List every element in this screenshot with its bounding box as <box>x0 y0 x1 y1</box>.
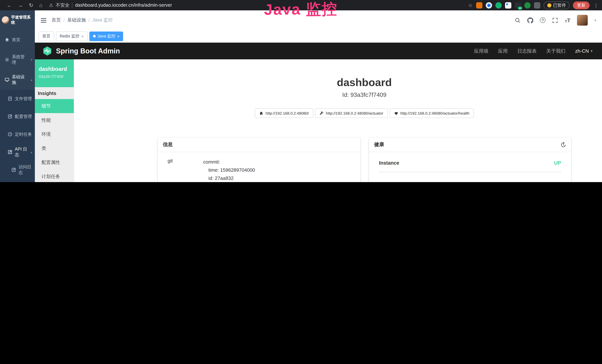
sidebar-submenu-infrastructure: 文件管理 配置管理 定时任务 API 日志 ▴ 访问日志 错误日志 <box>0 90 35 182</box>
sba-menu-scheduled-tasks[interactable]: 计划任务 <box>35 170 74 182</box>
back-icon[interactable]: ← <box>7 2 12 8</box>
extension-on-badge: on <box>518 7 522 10</box>
sidebar-item-api-log[interactable]: API 日志 ▴ <box>0 143 35 161</box>
sidebar-item-infrastructure[interactable]: 基础设施 ▴ <box>0 70 35 90</box>
address-bar[interactable]: ⚠ 不安全 dashboard.yudao.iocoder.cn/infra/a… <box>49 2 172 8</box>
forward-icon[interactable]: → <box>18 2 23 8</box>
breadcrumb: 首页 / 基础设施 / Java 监控 <box>52 17 113 23</box>
extension-puzzle-icon[interactable] <box>534 2 540 8</box>
extension-icon-1[interactable] <box>476 2 482 8</box>
extension-icon-3[interactable] <box>495 2 502 8</box>
font-size-icon[interactable]: TT <box>565 17 570 23</box>
sidebar-item-config-management[interactable]: 配置管理 <box>0 107 35 125</box>
user-avatar[interactable] <box>577 15 588 26</box>
breadcrumb-separator: / <box>64 18 65 23</box>
sba-sidebar: dashboard 93a3fc7f7409 Insights 细节 性能 环境… <box>35 59 74 182</box>
active-tab-dot <box>93 35 96 37</box>
help-icon[interactable]: ? <box>540 17 546 23</box>
gear-icon <box>5 57 9 62</box>
sba-nav-wallboard[interactable]: 应用墙 <box>474 48 488 54</box>
sidebar-item-scheduled-tasks[interactable]: 定时任务 <box>0 125 35 143</box>
file-icon <box>8 96 12 101</box>
infrastructure-icon <box>5 77 9 82</box>
smiley-icon <box>547 3 551 7</box>
sba-menu-details[interactable]: 细节 <box>35 99 74 113</box>
chevron-up-icon: ▴ <box>31 150 32 154</box>
breadcrumb-infrastructure[interactable]: 基础设施 <box>67 17 86 23</box>
health-instance-label: Instance <box>379 160 399 166</box>
close-icon[interactable]: × <box>117 34 119 38</box>
header-actions: ? TT ▾ <box>515 15 596 26</box>
url-text[interactable]: dashboard.yudao.iocoder.cn/infra/admin-s… <box>75 3 172 8</box>
info-key: git <box>168 158 203 182</box>
info-value: commit: time: 1596289704000 id: 27aa832 … <box>203 158 350 182</box>
health-url-button[interactable]: http://192.168.0.2:48080/actuator/health <box>389 108 474 118</box>
avatar-caret-icon[interactable]: ▾ <box>595 18 596 22</box>
fullscreen-icon[interactable] <box>552 17 558 23</box>
browser-home-icon[interactable]: ⌂ <box>39 2 42 8</box>
extension-icon-5[interactable]: on <box>515 2 521 8</box>
tab-redis-monitor[interactable]: Redis 监控 × <box>56 31 87 41</box>
security-label[interactable]: 不安全 <box>56 2 70 8</box>
tag-view-bar: 首页 Redis 监控 × Java 监控 × <box>35 30 602 43</box>
spring-boot-admin-logo-icon <box>42 46 52 56</box>
sidebar-item-file-management[interactable]: 文件管理 <box>0 90 35 107</box>
sba-nav-applications[interactable]: 应用 <box>498 48 508 54</box>
instance-name: dashboard <box>39 66 70 72</box>
app-sidebar: 芋道管理系统 首页 系统管理 ▾ 基础设施 ▴ 文件管理 配置管理 <box>0 11 35 182</box>
sba-brand-title: Spring Boot Admin <box>56 47 120 55</box>
sba-header: Spring Boot Admin 应用墙 应用 日志报表 关于我们 zh-CN… <box>35 43 602 59</box>
extension-icon-2[interactable] <box>485 2 492 8</box>
github-icon[interactable] <box>527 17 533 23</box>
info-git-row: git commit: time: 1596289704000 id: 27aa… <box>168 158 350 182</box>
sba-menu-metrics[interactable]: 性能 <box>35 113 74 127</box>
update-button[interactable]: 更新 <box>573 1 590 9</box>
sba-nav: 应用墙 应用 日志报表 关于我们 zh-CN ▾ <box>474 48 592 54</box>
home-icon <box>259 111 263 115</box>
app-logo[interactable]: 芋道管理系统 <box>0 11 35 30</box>
sidebar-item-error-log[interactable]: 错误日志 <box>0 179 35 182</box>
instance-id: 93a3fc7f7409 <box>39 74 70 79</box>
sba-menu-environment[interactable]: 环境 <box>35 127 74 141</box>
actuator-url-button[interactable]: http://192.168.0.2:48080/actuator <box>315 108 388 118</box>
api-log-icon <box>8 150 12 154</box>
health-card-title: 健康 <box>374 141 384 148</box>
search-icon[interactable] <box>515 17 521 23</box>
breadcrumb-separator: / <box>88 18 90 23</box>
sba-content: dashboard Id: 93a3fc7f7409 http://192.16… <box>74 59 602 182</box>
browser-menu-icon[interactable]: ⋮ <box>594 2 599 8</box>
paused-pill[interactable]: 已暂停 <box>543 1 570 9</box>
status-badge: UP <box>554 160 561 166</box>
sidebar-item-system[interactable]: 系统管理 ▾ <box>0 50 35 70</box>
tab-home[interactable]: 首页 <box>39 31 54 41</box>
tab-java-monitor[interactable]: Java 监控 × <box>89 31 123 41</box>
wrench-icon <box>320 111 324 115</box>
extension-icon-4[interactable] <box>505 2 511 8</box>
divider <box>72 3 73 8</box>
sba-menu-config-props[interactable]: 配置属性 <box>35 155 74 170</box>
browser-toolbar-right: ☆ on 已暂停 更新 ⋮ <box>468 1 599 9</box>
sidebar-item-access-log[interactable]: 访问日志 <box>0 161 35 179</box>
reload-icon[interactable]: ↻ <box>29 2 33 8</box>
history-icon[interactable] <box>560 142 566 147</box>
cards-grid: 信息 git commit: time: 1596289704000 id: 2… <box>158 138 571 182</box>
health-instance-row[interactable]: Instance UP <box>379 160 561 172</box>
screen: ← → ↻ ⌂ ⚠ 不安全 dashboard.yudao.iocoder.cn… <box>0 0 602 182</box>
annotation-text: Java 监控 <box>264 0 338 20</box>
page-subtitle: Id: 93a3fc7f7409 <box>158 92 571 98</box>
sba-nav-journal[interactable]: 日志报表 <box>517 48 537 54</box>
sba-nav-about[interactable]: 关于我们 <box>546 48 566 54</box>
sidebar-item-home[interactable]: 首页 <box>0 30 35 50</box>
locale-select[interactable]: zh-CN ▾ <box>575 48 592 54</box>
sba-menu-classes[interactable]: 类 <box>35 141 74 155</box>
bookmark-star-icon[interactable]: ☆ <box>468 2 473 8</box>
hamburger-icon[interactable] <box>41 18 46 22</box>
instance-header[interactable]: dashboard 93a3fc7f7409 <box>35 59 74 87</box>
breadcrumb-home[interactable]: 首页 <box>52 17 61 23</box>
page-title: dashboard <box>158 76 571 89</box>
logo-avatar <box>2 16 9 24</box>
service-url-button[interactable]: http://192.168.0.2:48080/ <box>255 108 313 118</box>
home-icon <box>5 37 9 42</box>
extension-icon-6[interactable] <box>524 2 530 8</box>
close-icon[interactable]: × <box>81 34 84 38</box>
